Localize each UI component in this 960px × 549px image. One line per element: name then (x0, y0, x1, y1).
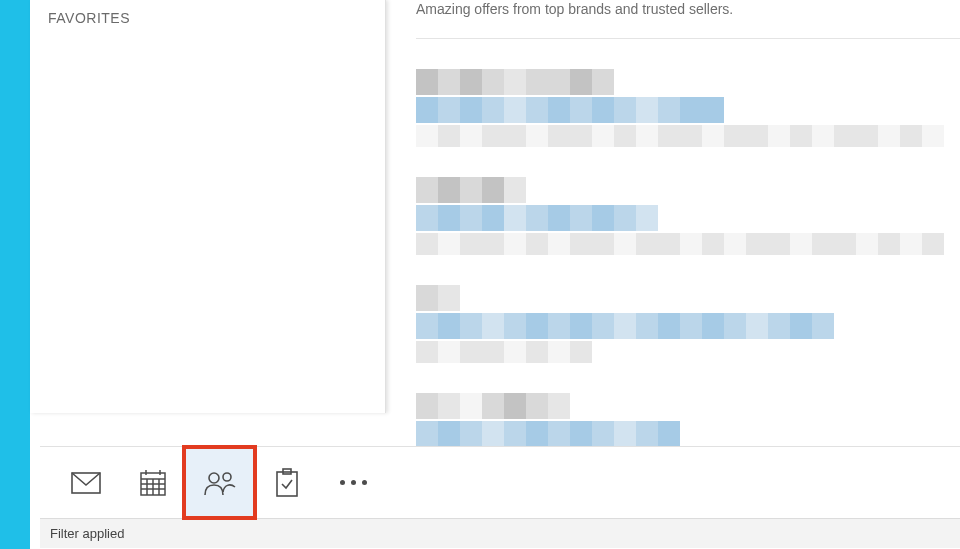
nav-icons (40, 447, 960, 518)
message-row[interactable] (416, 177, 960, 255)
tasks-icon (275, 468, 299, 498)
status-bar: Filter applied (40, 518, 960, 548)
message-row[interactable] (416, 285, 960, 363)
message-preview-text: Amazing offers from top brands and trust… (416, 0, 960, 20)
people-nav-button[interactable] (186, 449, 253, 516)
message-row[interactable] (416, 69, 960, 147)
favorites-heading: FAVORITES (48, 10, 367, 26)
status-text: Filter applied (50, 526, 124, 541)
tasks-nav-button[interactable] (253, 449, 320, 516)
mail-nav-button[interactable] (52, 449, 119, 516)
svg-point-10 (209, 473, 219, 483)
mail-icon (71, 472, 101, 494)
calendar-nav-button[interactable] (119, 449, 186, 516)
more-icon (340, 480, 367, 485)
svg-rect-12 (277, 472, 297, 496)
calendar-icon (139, 469, 167, 497)
bottom-strip: Filter applied (40, 446, 960, 549)
app-window: Amazing offers from top brands and trust… (30, 0, 960, 549)
sidebar: FAVORITES (30, 0, 386, 413)
svg-point-11 (223, 473, 231, 481)
more-nav-button[interactable] (320, 449, 387, 516)
people-icon (203, 470, 237, 496)
divider (416, 38, 960, 39)
